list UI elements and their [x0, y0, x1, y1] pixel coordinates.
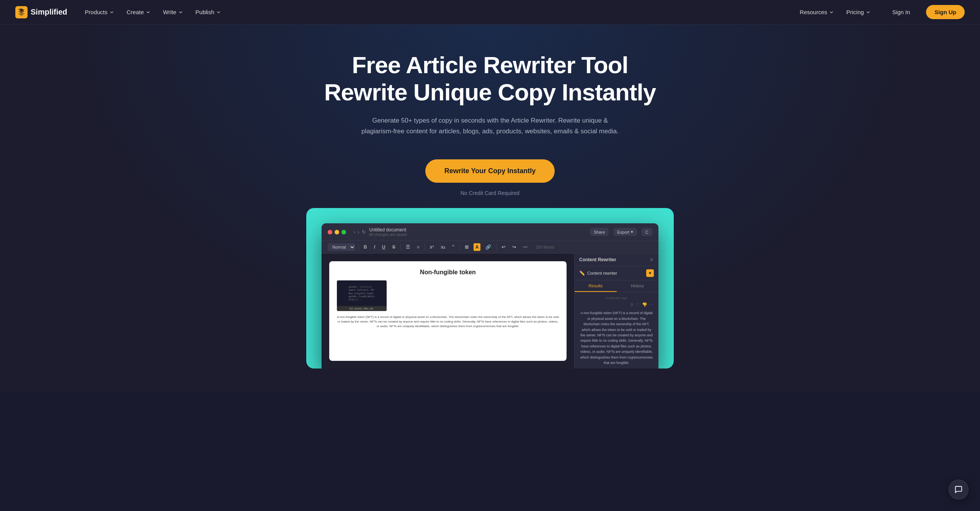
doc-card: Non-fungible token Author: ///////// Sma… — [329, 261, 567, 361]
nav-right-links: Resources Pricing — [794, 6, 876, 18]
nav-links: Products Create Write Publish — [80, 6, 227, 18]
traffic-light-red[interactable] — [328, 230, 332, 234]
browser-nav-icons: ‹ › ↻ — [354, 229, 366, 235]
extra-button[interactable]: C — [642, 228, 652, 236]
panel-tool-bar: ✏️ Content rewriter ▾ — [575, 266, 658, 280]
subscript-button[interactable]: x₂ — [439, 243, 447, 251]
panel-content: 6 minutes ago ⎘ ♡ 👎 ⋯ A non-fungible tok… — [575, 292, 658, 369]
doc-title: Untitled document — [369, 227, 407, 233]
chevron-down-icon — [866, 10, 871, 15]
traffic-lights — [328, 230, 346, 234]
browser-titlebar: ‹ › ↻ Untitled document All changes are … — [322, 223, 658, 241]
doc-subtitle: All changes are saved — [369, 233, 407, 237]
screenshot-section: ‹ › ↻ Untitled document All changes are … — [15, 208, 965, 369]
signup-button[interactable]: Sign Up — [926, 5, 965, 19]
export-button[interactable]: Export ▾ — [613, 228, 637, 236]
chevron-down-icon — [145, 10, 151, 15]
hero-description: Generate 50+ types of copy in seconds wi… — [356, 115, 624, 138]
panel-tabs: Results History — [575, 280, 658, 292]
quote-button[interactable]: " — [450, 243, 456, 251]
chevron-down-icon — [109, 10, 114, 15]
bold-button[interactable]: B — [362, 243, 369, 251]
panel-result-text: A non-fungible token (NFT) is a record o… — [579, 310, 654, 365]
panel-timestamp: 6 minutes ago — [579, 296, 654, 300]
editor-toolbar: Normal B I U S ☰ ≡ x² x₂ " ⊞ A — [322, 241, 658, 254]
toolbar-divider-5 — [496, 244, 497, 251]
format-select[interactable]: Normal — [328, 243, 355, 251]
panel-tool-action-button[interactable]: ▾ — [646, 269, 654, 277]
superscript-button[interactable]: x² — [428, 243, 436, 251]
navbar: Simplified Products Create Write Publish — [0, 0, 980, 25]
traffic-light-yellow[interactable] — [335, 230, 339, 234]
toolbar-divider-3 — [425, 244, 425, 251]
panel-title: Content Rewriter — [579, 257, 616, 262]
panel-result-icons: ⎘ ♡ 👎 ⋯ — [579, 302, 654, 307]
thumbs-down-icon[interactable]: 👎 — [642, 302, 647, 307]
toolbar-divider-4 — [459, 244, 460, 251]
list-button[interactable]: ☰ — [404, 243, 412, 251]
nav-item-write[interactable]: Write — [158, 6, 189, 18]
chevron-down-icon — [829, 10, 834, 15]
nav-item-publish[interactable]: Publish — [190, 6, 227, 18]
more-button[interactable]: ⋯ — [521, 243, 529, 251]
italic-button[interactable]: I — [372, 243, 377, 251]
logo-icon — [15, 6, 28, 18]
doc-image-code: Author: ///////// Smart contract: 20: No… — [347, 284, 377, 303]
hero-title: Free Article Rewriter Tool Rewrite Uniqu… — [318, 51, 662, 106]
forward-icon[interactable]: › — [358, 229, 359, 235]
doc-body-text: A non-fungible token (NFT) is a record o… — [337, 315, 559, 329]
hero-section: Free Article Rewriter Tool Rewrite Uniqu… — [0, 25, 980, 391]
doc-image: Author: ///////// Smart contract: 20: No… — [337, 280, 387, 311]
nav-item-pricing[interactable]: Pricing — [841, 6, 876, 18]
panel-header: Content Rewriter ✕ — [575, 254, 658, 266]
screenshot-container: ‹ › ↻ Untitled document All changes are … — [306, 208, 674, 369]
tool-icon: ✏️ — [579, 270, 585, 276]
heart-icon[interactable]: ♡ — [636, 302, 640, 307]
nav-left: Simplified Products Create Write Publish — [15, 6, 227, 18]
browser-window: ‹ › ↻ Untitled document All changes are … — [322, 223, 658, 369]
chat-icon — [954, 485, 963, 494]
undo-button[interactable]: ↩ — [500, 243, 507, 251]
strikethrough-button[interactable]: S — [390, 243, 397, 251]
chevron-down-icon — [178, 10, 183, 15]
doc-article-title: Non-fungible token — [337, 269, 559, 276]
nav-item-products[interactable]: Products — [80, 6, 120, 18]
nav-item-resources[interactable]: Resources — [794, 6, 840, 18]
panel-tool-name: ✏️ Content rewriter — [579, 270, 617, 276]
no-credit-card-text: No Credit Card Required — [461, 190, 519, 196]
rewriter-panel: Content Rewriter ✕ ✏️ Content rewriter ▾… — [574, 254, 658, 369]
chat-button[interactable] — [949, 480, 969, 500]
chevron-down-icon — [216, 10, 221, 15]
redo-button[interactable]: ↪ — [510, 243, 518, 251]
toolbar-divider-1 — [358, 244, 359, 251]
toolbar-divider-2 — [400, 244, 401, 251]
share-button[interactable]: Share — [590, 228, 609, 236]
doc-image-caption: Art, assets, files, etc. — [337, 306, 387, 311]
more-options-icon[interactable]: ⋯ — [650, 302, 654, 307]
back-icon[interactable]: ‹ — [354, 229, 355, 235]
nav-item-create[interactable]: Create — [121, 6, 156, 18]
logo-text: Simplified — [31, 8, 67, 16]
doc-image-inner: Author: ///////// Smart contract: 20: No… — [337, 280, 387, 306]
align-button[interactable]: ⊞ — [463, 243, 470, 251]
reload-icon[interactable]: ↻ — [362, 229, 366, 235]
editor-pane: Non-fungible token Author: ///////// Sma… — [322, 254, 574, 369]
panel-close-button[interactable]: ✕ — [649, 257, 654, 263]
underline-button[interactable]: U — [380, 243, 387, 251]
panel-tab-results[interactable]: Results — [575, 280, 617, 292]
browser-url-area: ‹ › ↻ Untitled document All changes are … — [354, 227, 585, 237]
logo[interactable]: Simplified — [15, 6, 67, 18]
highlight-button[interactable]: A — [474, 243, 481, 251]
link-button[interactable]: 🔗 — [483, 243, 493, 251]
chevron-down-icon: ▾ — [631, 229, 633, 234]
editor-main: Non-fungible token Author: ///////// Sma… — [322, 254, 658, 369]
ordered-list-button[interactable]: ≡ — [415, 243, 421, 251]
browser-actions: Share Export ▾ C — [590, 228, 652, 236]
traffic-light-green[interactable] — [341, 230, 346, 234]
panel-tab-history[interactable]: History — [617, 280, 659, 292]
copy-icon[interactable]: ⎘ — [631, 302, 634, 307]
signin-button[interactable]: Sign In — [885, 6, 917, 18]
browser-title-area: Untitled document All changes are saved — [369, 227, 407, 237]
nav-right: Resources Pricing Sign In Sign Up — [794, 5, 965, 19]
cta-button[interactable]: Rewrite Your Copy Instantly — [425, 159, 555, 183]
